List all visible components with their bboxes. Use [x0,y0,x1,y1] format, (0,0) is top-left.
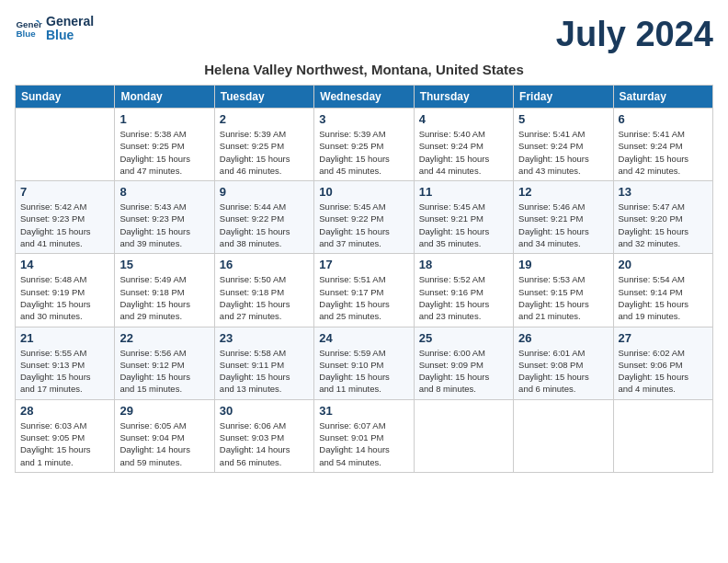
calendar-cell: 18Sunrise: 5:52 AM Sunset: 9:16 PM Dayli… [414,254,513,327]
day-number: 20 [619,258,708,271]
calendar-cell: 19Sunrise: 5:53 AM Sunset: 9:15 PM Dayli… [514,254,613,327]
calendar-table: SundayMondayTuesdayWednesdayThursdayFrid… [15,85,713,473]
day-number: 21 [20,331,109,345]
calendar-cell [16,109,115,181]
calendar-cell: 29Sunrise: 6:05 AM Sunset: 9:04 PM Dayli… [115,399,214,472]
day-number: 30 [220,404,309,418]
cell-info: Sunrise: 6:00 AM Sunset: 9:09 PM Dayligh… [419,347,508,396]
svg-text:Blue: Blue [17,29,37,39]
logo: General Blue General Blue [15,15,94,43]
calendar-cell [514,399,613,472]
cell-info: Sunrise: 5:53 AM Sunset: 9:15 PM Dayligh… [518,273,608,322]
title-area: July 2024 [556,15,713,54]
calendar-cell: 28Sunrise: 6:03 AM Sunset: 9:05 PM Dayli… [16,399,115,472]
calendar-cell: 2Sunrise: 5:39 AM Sunset: 9:25 PM Daylig… [214,109,313,181]
calendar-cell: 5Sunrise: 5:41 AM Sunset: 9:24 PM Daylig… [514,109,613,181]
calendar-cell: 27Sunrise: 6:02 AM Sunset: 9:06 PM Dayli… [613,327,712,399]
day-number: 15 [119,258,209,271]
week-row-3: 14Sunrise: 5:48 AM Sunset: 9:19 PM Dayli… [16,254,713,327]
cell-info: Sunrise: 5:39 AM Sunset: 9:25 PM Dayligh… [220,128,309,177]
day-number: 28 [20,404,109,418]
calendar-subtitle: Helena Valley Northwest, Montana, United… [15,62,713,77]
calendar-cell: 7Sunrise: 5:42 AM Sunset: 9:23 PM Daylig… [16,181,115,254]
calendar-cell: 4Sunrise: 5:40 AM Sunset: 9:24 PM Daylig… [414,109,513,181]
calendar-title: July 2024 [556,15,713,54]
header-day-thursday: Thursday [414,86,513,109]
cell-info: Sunrise: 6:07 AM Sunset: 9:01 PM Dayligh… [319,419,408,468]
header-day-sunday: Sunday [16,86,115,109]
calendar-cell: 21Sunrise: 5:55 AM Sunset: 9:13 PM Dayli… [16,327,115,399]
day-number: 5 [518,112,608,126]
calendar-cell: 24Sunrise: 5:59 AM Sunset: 9:10 PM Dayli… [314,327,414,399]
header-day-saturday: Saturday [613,86,712,109]
cell-info: Sunrise: 5:41 AM Sunset: 9:24 PM Dayligh… [619,128,708,177]
cell-info: Sunrise: 5:54 AM Sunset: 9:14 PM Dayligh… [619,273,708,322]
header-day-wednesday: Wednesday [314,86,414,109]
day-number: 3 [319,112,408,126]
day-number: 22 [119,331,209,345]
day-number: 11 [419,185,508,199]
cell-info: Sunrise: 5:44 AM Sunset: 9:22 PM Dayligh… [220,201,309,249]
cell-info: Sunrise: 5:49 AM Sunset: 9:18 PM Dayligh… [119,273,209,322]
calendar-cell: 16Sunrise: 5:50 AM Sunset: 9:18 PM Dayli… [214,254,313,327]
cell-info: Sunrise: 5:40 AM Sunset: 9:24 PM Dayligh… [419,128,508,177]
cell-info: Sunrise: 5:48 AM Sunset: 9:19 PM Dayligh… [20,273,109,322]
day-number: 19 [518,258,608,271]
week-row-1: 1Sunrise: 5:38 AM Sunset: 9:25 PM Daylig… [16,109,713,181]
calendar-cell: 25Sunrise: 6:00 AM Sunset: 9:09 PM Dayli… [414,327,513,399]
cell-info: Sunrise: 6:06 AM Sunset: 9:03 PM Dayligh… [220,419,309,468]
day-number: 9 [220,185,309,199]
logo-line2: Blue [46,29,94,42]
cell-info: Sunrise: 5:47 AM Sunset: 9:20 PM Dayligh… [619,201,708,249]
day-number: 27 [619,331,708,345]
calendar-cell [414,399,513,472]
cell-info: Sunrise: 5:43 AM Sunset: 9:23 PM Dayligh… [119,201,209,249]
calendar-cell: 9Sunrise: 5:44 AM Sunset: 9:22 PM Daylig… [214,181,313,254]
week-row-2: 7Sunrise: 5:42 AM Sunset: 9:23 PM Daylig… [16,181,713,254]
cell-info: Sunrise: 5:55 AM Sunset: 9:13 PM Dayligh… [20,347,109,396]
cell-info: Sunrise: 5:52 AM Sunset: 9:16 PM Dayligh… [419,273,508,322]
calendar-cell: 14Sunrise: 5:48 AM Sunset: 9:19 PM Dayli… [16,254,115,327]
calendar-cell [613,399,712,472]
day-number: 2 [220,112,309,126]
day-number: 14 [20,258,109,271]
page-header: General Blue General Blue July 2024 [15,15,713,54]
header-day-friday: Friday [514,86,613,109]
day-number: 13 [619,185,708,199]
day-number: 12 [518,185,608,199]
svg-text:General: General [17,19,43,29]
calendar-cell: 12Sunrise: 5:46 AM Sunset: 9:21 PM Dayli… [514,181,613,254]
calendar-cell: 13Sunrise: 5:47 AM Sunset: 9:20 PM Dayli… [613,181,712,254]
cell-info: Sunrise: 6:01 AM Sunset: 9:08 PM Dayligh… [518,347,608,396]
calendar-body: 1Sunrise: 5:38 AM Sunset: 9:25 PM Daylig… [16,109,713,473]
day-number: 18 [419,258,508,271]
cell-info: Sunrise: 6:03 AM Sunset: 9:05 PM Dayligh… [20,419,109,468]
cell-info: Sunrise: 5:59 AM Sunset: 9:10 PM Dayligh… [319,347,408,396]
cell-info: Sunrise: 6:05 AM Sunset: 9:04 PM Dayligh… [119,419,209,468]
cell-info: Sunrise: 5:56 AM Sunset: 9:12 PM Dayligh… [119,347,209,396]
calendar-cell: 23Sunrise: 5:58 AM Sunset: 9:11 PM Dayli… [214,327,313,399]
logo-line1: General [46,15,94,29]
calendar-cell: 22Sunrise: 5:56 AM Sunset: 9:12 PM Dayli… [115,327,214,399]
day-number: 26 [518,331,608,345]
header-day-monday: Monday [115,86,214,109]
day-number: 29 [119,404,209,418]
day-number: 23 [220,331,309,345]
logo-icon: General Blue [15,15,42,42]
calendar-cell: 10Sunrise: 5:45 AM Sunset: 9:22 PM Dayli… [314,181,414,254]
calendar-cell: 6Sunrise: 5:41 AM Sunset: 9:24 PM Daylig… [613,109,712,181]
day-number: 25 [419,331,508,345]
cell-info: Sunrise: 5:46 AM Sunset: 9:21 PM Dayligh… [518,201,608,249]
cell-info: Sunrise: 5:42 AM Sunset: 9:23 PM Dayligh… [20,201,109,249]
day-number: 1 [119,112,209,126]
day-number: 10 [319,185,408,199]
cell-info: Sunrise: 5:51 AM Sunset: 9:17 PM Dayligh… [319,273,408,322]
day-number: 8 [119,185,209,199]
calendar-cell: 17Sunrise: 5:51 AM Sunset: 9:17 PM Dayli… [314,254,414,327]
day-number: 7 [20,185,109,199]
day-number: 24 [319,331,408,345]
day-number: 4 [419,112,508,126]
calendar-cell: 11Sunrise: 5:45 AM Sunset: 9:21 PM Dayli… [414,181,513,254]
cell-info: Sunrise: 5:50 AM Sunset: 9:18 PM Dayligh… [220,273,309,322]
cell-info: Sunrise: 5:45 AM Sunset: 9:21 PM Dayligh… [419,201,508,249]
